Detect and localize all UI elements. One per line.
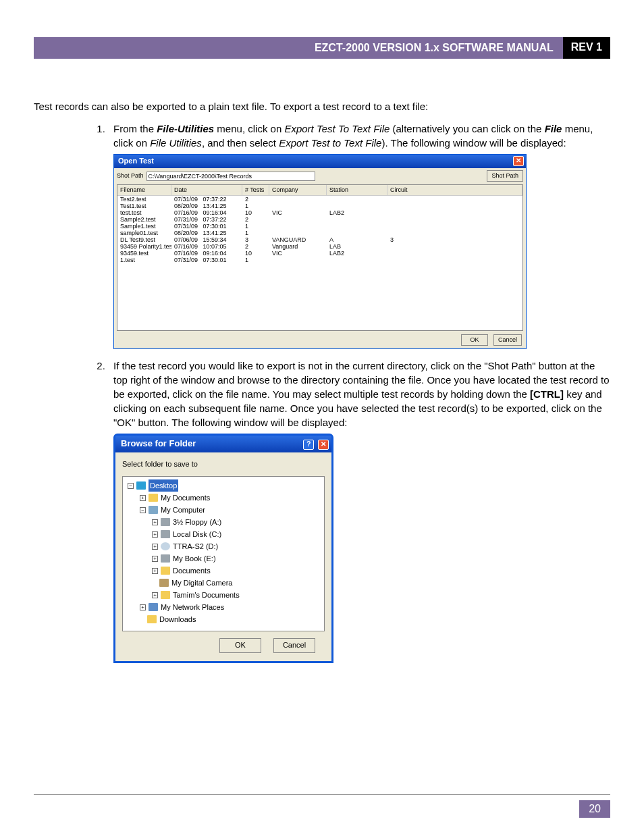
table-row[interactable]: 1.test07/31/09 07:30:011 — [117, 257, 522, 263]
shot-path-input[interactable] — [146, 172, 316, 181]
drive-icon — [161, 554, 170, 563]
col-company[interactable]: Company — [269, 185, 327, 195]
open-test-title: Open Test — [118, 156, 154, 166]
page-number: 20 — [579, 800, 610, 818]
open-test-titlebar: Open Test ✕ — [114, 155, 526, 168]
expand-icon[interactable]: + — [140, 604, 146, 610]
tree-desktop[interactable]: Desktop — [149, 479, 178, 492]
col-tests[interactable]: # Tests — [242, 185, 269, 195]
header-rev: REV 1 — [563, 37, 610, 59]
folder-icon — [147, 615, 157, 623]
header-bar: EZCT-2000 VERSION 1.x SOFTWARE MANUAL RE… — [34, 37, 610, 59]
ok-button[interactable]: OK — [461, 334, 488, 346]
col-filename[interactable]: Filename — [117, 185, 171, 195]
tree-network[interactable]: My Network Places — [161, 601, 224, 613]
footer-rule — [34, 794, 610, 795]
col-station[interactable]: Station — [327, 185, 387, 195]
floppy-icon — [161, 518, 170, 526]
tree-local-c[interactable]: Local Disk (C:) — [173, 528, 221, 540]
expand-icon[interactable]: + — [152, 519, 158, 525]
browse-folder-dialog: Browse for Folder ? ✕ Select folder to s… — [113, 434, 333, 663]
table-row[interactable]: Sample1.test07/31/09 07:30:011 — [117, 223, 522, 230]
table-row[interactable]: Sample2.test07/31/09 07:37:222 — [117, 216, 522, 223]
tree-my-computer[interactable]: My Computer — [161, 504, 205, 516]
file-list[interactable]: Filename Date # Tests Company Station Ci… — [117, 184, 523, 331]
table-row[interactable]: Test1.test08/20/09 13:41:251 — [117, 203, 522, 209]
tree-mybook[interactable]: My Book (E:) — [173, 552, 216, 565]
browse-label: Select folder to save to — [122, 459, 325, 469]
cancel-button[interactable]: Cancel — [273, 638, 315, 652]
close-icon[interactable]: ✕ — [318, 440, 329, 450]
cancel-button[interactable]: Cancel — [493, 334, 522, 346]
browse-title: Browse for Folder — [121, 438, 196, 450]
drive-icon — [161, 530, 170, 538]
tree-ttra[interactable]: TTRA-S2 (D:) — [173, 540, 218, 552]
expand-icon[interactable]: + — [152, 531, 158, 538]
folder-icon — [161, 567, 170, 575]
table-row[interactable]: 93459 Polarity1.test07/16/09 10:07:052Va… — [117, 243, 522, 250]
tree-tamims[interactable]: Tamim's Documents — [173, 589, 240, 601]
desktop-icon — [136, 481, 146, 490]
camera-icon — [159, 579, 169, 587]
expand-icon[interactable]: + — [140, 495, 146, 501]
col-date[interactable]: Date — [171, 185, 242, 195]
shot-path-button[interactable]: Shot Path — [487, 170, 523, 182]
header-title: EZCT-2000 VERSION 1.x SOFTWARE MANUAL — [34, 37, 563, 59]
help-icon[interactable]: ? — [303, 440, 314, 450]
computer-icon — [149, 506, 158, 514]
tree-my-documents[interactable]: My Documents — [161, 492, 210, 504]
folder-icon — [149, 494, 158, 502]
step-2: If the test record you would like to exp… — [108, 359, 610, 663]
step-1: From the File-Utilities menu, click on E… — [108, 122, 610, 349]
table-row[interactable]: sample01.test08/20/09 13:41:251 — [117, 230, 522, 236]
table-row[interactable]: DL Test9.test07/06/09 15:59:343VANGUARDA… — [117, 236, 522, 243]
cd-icon — [161, 542, 170, 550]
table-row[interactable]: Test2.test07/31/09 07:37:222 — [117, 196, 522, 203]
open-test-dialog: Open Test ✕ Shot Path Shot Path Filename… — [113, 154, 527, 349]
expand-icon[interactable]: + — [152, 544, 158, 550]
collapse-icon[interactable]: − — [128, 483, 134, 489]
col-circuit[interactable]: Circuit — [387, 185, 522, 195]
table-row[interactable]: test.test07/16/09 09:16:0410VICLAB2 — [117, 209, 522, 216]
tree-downloads[interactable]: Downloads — [159, 613, 196, 625]
tree-documents[interactable]: Documents — [173, 565, 211, 577]
folder-icon — [161, 591, 170, 599]
shot-path-label: Shot Path — [117, 172, 144, 180]
network-icon — [149, 603, 158, 611]
close-icon[interactable]: ✕ — [513, 156, 524, 166]
intro-text: Test records can also be exported to a p… — [34, 99, 610, 113]
folder-tree[interactable]: − Desktop + My Documents − — [122, 476, 325, 631]
tree-floppy[interactable]: 3½ Floppy (A:) — [173, 516, 221, 528]
tree-camera[interactable]: My Digital Camera — [171, 577, 232, 589]
ok-button[interactable]: OK — [219, 638, 261, 652]
browse-titlebar: Browse for Folder ? ✕ — [115, 436, 331, 452]
expand-icon[interactable]: + — [152, 556, 158, 562]
table-row[interactable]: 93459.test07/16/09 09:16:0410VICLAB2 — [117, 250, 522, 257]
expand-icon[interactable]: + — [152, 592, 158, 598]
expand-icon[interactable]: + — [152, 568, 158, 574]
collapse-icon[interactable]: − — [140, 507, 146, 513]
